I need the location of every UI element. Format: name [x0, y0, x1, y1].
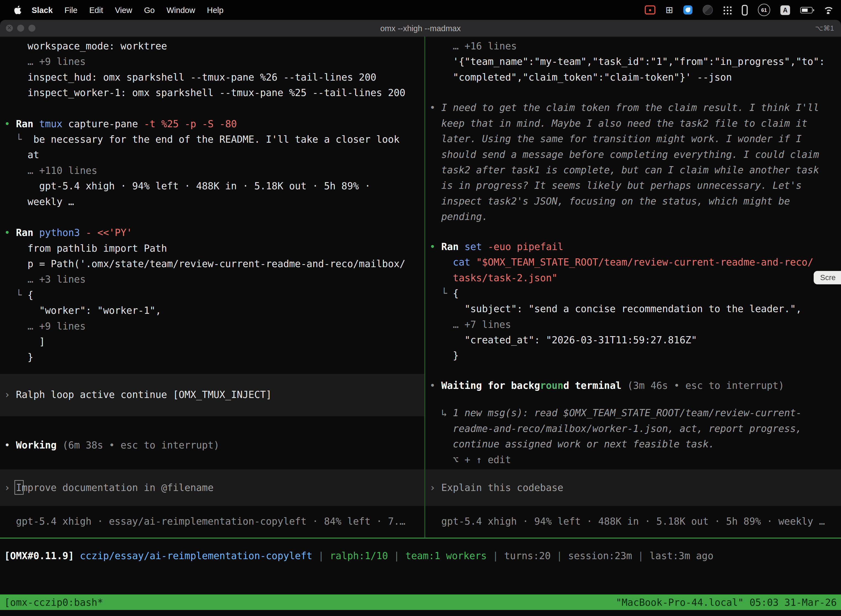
- battery-icon[interactable]: [800, 7, 813, 13]
- terminal-line: • I need to get the claim token from the…: [429, 100, 841, 115]
- apple-menu-icon[interactable]: [14, 5, 22, 14]
- terminal-line: weekly …: [4, 194, 424, 209]
- text-segment: - <<'PY': [86, 227, 132, 238]
- text-segment: {: [453, 287, 459, 299]
- omx-hud-statusline: [OMX#0.11.9] cczip/essay/ai-reimplementa…: [4, 548, 714, 563]
- text-segment: [74, 550, 80, 561]
- input-source-icon[interactable]: A: [780, 5, 790, 15]
- text-segment: "subject": "send a concise recommendatio…: [429, 303, 801, 314]
- text-segment: Working: [16, 439, 63, 451]
- terminal-line: at: [4, 147, 424, 163]
- text-segment: "completed","claim_token":"claim-token"}…: [429, 72, 732, 83]
- text-segment: 1 new msg(s): read $OMX_TEAM_STATE_ROOT/…: [453, 407, 801, 418]
- menu-item-go[interactable]: Go: [138, 5, 161, 14]
- apple-logo-icon: [14, 5, 22, 14]
- text-segment: └: [4, 133, 34, 145]
- menu-item-window[interactable]: Window: [161, 5, 201, 14]
- window-titlebar[interactable]: omx --xhigh --madmax ⌥⌘1: [0, 20, 841, 37]
- terminal-line: gpt-5.4 xhigh · 94% left · 488K in · 5.1…: [429, 513, 841, 529]
- terminal-line: gpt-5.4 xhigh · essay/ai-reimplementatio…: [4, 513, 424, 529]
- terminal-line: pending.: [429, 209, 841, 224]
- text-segment: gpt-5.4 xhigh · 94% left · 488K in · 5.1…: [4, 180, 371, 192]
- battery-percent-badge[interactable]: 61: [758, 4, 771, 16]
- terminal-line: … +16 lines: [429, 38, 841, 54]
- text-segment: later. Using the same for transition mig…: [429, 133, 801, 144]
- text-segment: Ran: [441, 241, 464, 252]
- text-segment: ›: [4, 482, 16, 493]
- terminal-line: is in progress? It seems likely but perh…: [429, 177, 841, 193]
- grid-icon[interactable]: ⊞: [665, 5, 673, 14]
- macos-menubar: SlackFileEditViewGoWindowHelp ⊞61A: [0, 0, 841, 20]
- terminal-line: readme-and-reco/mailbox/worker-1.json, a…: [429, 421, 841, 436]
- text-segment: Ran: [16, 118, 39, 129]
- zoom-button[interactable]: [28, 25, 35, 31]
- pane-divider-vertical[interactable]: [424, 37, 425, 538]
- text-segment: ›: [429, 482, 441, 493]
- text-segment: •: [429, 102, 441, 113]
- terminal-line: inspect_worker-1: omx sparkshell --tmux-…: [4, 85, 424, 100]
- screen-record-icon[interactable]: [645, 5, 655, 14]
- left-pane[interactable]: workspace_mode: worktree … +9 lines insp…: [0, 37, 424, 538]
- dots-grid-icon[interactable]: [723, 6, 731, 14]
- text-segment: task2 after task1 is complete, but can I…: [429, 164, 819, 176]
- dark-app-icon[interactable]: [703, 5, 713, 15]
- text-segment: at: [4, 149, 39, 160]
- text-segment: set: [464, 241, 488, 252]
- text-segment: python3: [39, 227, 86, 238]
- terminal-line: later. Using the same for transition mig…: [429, 131, 841, 146]
- window-title: omx --xhigh --madmax: [0, 24, 841, 33]
- menu-item-slack[interactable]: Slack: [26, 5, 59, 14]
- text-segment: I: [16, 482, 22, 493]
- terminal-line: should send a message before completing …: [429, 147, 841, 162]
- terminal-line: … +110 lines: [4, 163, 424, 178]
- prompt-line[interactable]: › Explain this codebase: [425, 469, 841, 506]
- blue-app-icon[interactable]: [683, 5, 693, 14]
- text-segment: "$OMX_TEAM_STATE_ROOT/team/review-curren…: [476, 257, 813, 268]
- text-segment: -t %25 -p -S -80: [144, 118, 237, 129]
- prompt-line[interactable]: › Improve documentation in @filename: [0, 469, 424, 506]
- tmux-session-label: [omx-cczip0:bash*: [4, 594, 103, 610]
- text-segment: I need to get the claim token from the c…: [441, 102, 819, 113]
- menu-items: SlackFileEditViewGoWindowHelp: [26, 5, 229, 14]
- menu-item-edit[interactable]: Edit: [84, 5, 109, 14]
- text-segment: … +9 lines: [4, 56, 86, 67]
- text-segment: gpt-5.4 xhigh · 94% left · 488K in · 5.1…: [429, 516, 825, 527]
- screen: SlackFileEditViewGoWindowHelp ⊞61A omx -…: [0, 0, 841, 616]
- terminal-line: • Ran set -euo pipefail: [429, 239, 841, 254]
- text-segment: |: [632, 550, 649, 561]
- terminal-line: p = Path('.omx/state/team/review-current…: [4, 256, 424, 271]
- menu-item-view[interactable]: View: [109, 5, 138, 14]
- menu-item-file[interactable]: File: [59, 5, 84, 14]
- text-segment: … +16 lines: [429, 40, 517, 51]
- text-segment: ]: [4, 336, 45, 347]
- tmux-status-bar: [omx-cczip0:bash* "MacBook-Pro-44.local"…: [0, 594, 841, 610]
- text-segment: └: [4, 289, 28, 301]
- text-segment: … +3 lines: [4, 273, 86, 285]
- text-segment: |: [487, 550, 504, 561]
- text-segment: … +7 lines: [429, 319, 511, 330]
- text-segment: Ralph loop active continue [OMX_TMUX_INJ…: [16, 389, 272, 400]
- text-segment: "worker": "worker-1",: [4, 305, 161, 316]
- menu-item-help[interactable]: Help: [201, 5, 230, 14]
- terminal-line: ⌥ + ↑ edit: [429, 452, 841, 467]
- text-segment: (6m 38s • esc to interrupt): [62, 439, 219, 451]
- minimize-button[interactable]: [17, 25, 24, 31]
- text-segment: continue assigned work or next feasible …: [429, 438, 714, 450]
- text-segment: [429, 272, 453, 283]
- right-pane[interactable]: … +16 lines '{"team_name":"my-team","tas…: [425, 37, 841, 538]
- pane-divider-horizontal[interactable]: [0, 538, 841, 539]
- screen-share-overlay[interactable]: Scre: [814, 271, 841, 285]
- terminal-line: inspect_hud: omx sparkshell --tmux-pane …: [4, 69, 424, 85]
- close-button[interactable]: [6, 25, 13, 31]
- text-segment: inspect_worker-1: omx sparkshell --tmux-…: [4, 87, 406, 98]
- text-segment: ›: [4, 389, 16, 400]
- prompt-line[interactable]: › Ralph loop active continue [OMX_TMUX_I…: [0, 374, 424, 417]
- wifi-icon[interactable]: [823, 6, 834, 14]
- text-segment: session:23m: [568, 550, 632, 561]
- key-icon[interactable]: [742, 5, 747, 15]
- text-segment: weekly …: [4, 196, 74, 207]
- tmux-host-clock: "MacBook-Pro-44.local" 05:03 31-Mar-26: [616, 594, 837, 610]
- text-segment: |: [551, 550, 568, 561]
- text-segment: be necessary for the end of the README. …: [34, 133, 400, 145]
- terminal-line: "worker": "worker-1",: [4, 302, 424, 318]
